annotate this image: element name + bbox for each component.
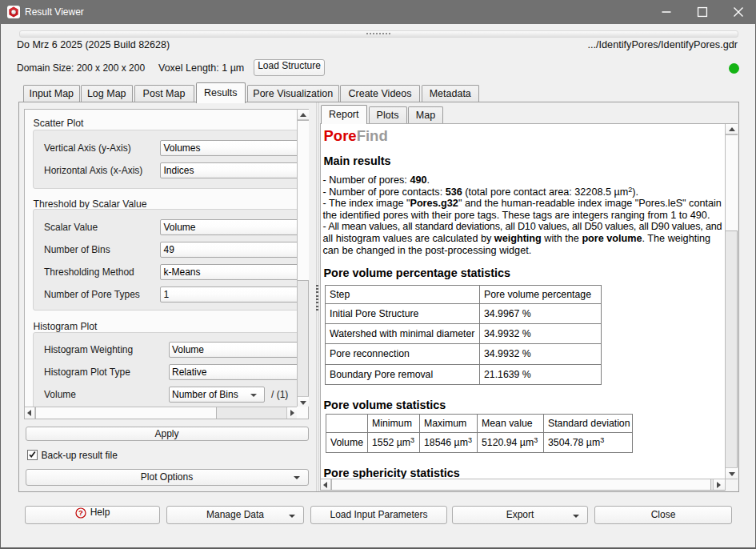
main-tab-results[interactable]: Results bbox=[196, 82, 246, 104]
table-row: Watershed with minimal diameter34.9932 % bbox=[325, 323, 601, 343]
parameters-scroll-area: Scatter Plot Vertical Axis (y-Axis) Volu… bbox=[24, 109, 309, 419]
report-text-line: the identified pores with their pore tag… bbox=[323, 210, 710, 222]
close-button[interactable]: Close bbox=[594, 506, 732, 524]
number-of-bins-field[interactable]: 49 bbox=[160, 242, 297, 258]
table-cell: Volume bbox=[326, 432, 367, 452]
field-label: Scalar Value bbox=[44, 219, 98, 235]
table-cell: Boundary Pore removal bbox=[325, 364, 479, 384]
field-label: Number of Pore Types bbox=[44, 287, 140, 303]
main-tab-log-map[interactable]: Log Map bbox=[81, 85, 133, 102]
scalar-value-combobox[interactable]: Volume bbox=[160, 219, 297, 235]
scroll-up-button[interactable] bbox=[726, 124, 738, 134]
scroll-right-button[interactable] bbox=[713, 479, 725, 490]
pore-volume-statistics-heading: Pore volume statistics bbox=[324, 399, 446, 411]
title-bar[interactable]: Result Viewer bbox=[0, 0, 756, 24]
manage-data-button[interactable]: Manage Data bbox=[166, 506, 304, 524]
table-cell: Pore reconnection bbox=[325, 344, 479, 364]
result-viewer-window: Result Viewer Do Mrz 6 2025 (2025 Build … bbox=[0, 0, 756, 549]
porefind-logo-pore: Pore bbox=[324, 127, 357, 144]
volume-bins-combobox[interactable]: Number of Bins bbox=[169, 387, 265, 403]
main-tab-input-map[interactable]: Input Map bbox=[23, 85, 80, 102]
domain-size-label: Domain Size: 200 x 200 x 200 bbox=[17, 62, 145, 74]
scrollbar-thumb[interactable] bbox=[298, 120, 309, 281]
porefind-logo: PoreFind bbox=[324, 127, 388, 145]
results-tab-pane: Scatter Plot Vertical Axis (y-Axis) Volu… bbox=[18, 102, 739, 492]
field-label: Histogram Plot Type bbox=[44, 364, 130, 380]
dropdown-arrow-icon bbox=[573, 515, 579, 518]
table-header-row: MinimumMaximumMean valueStandard deviati… bbox=[326, 414, 632, 432]
backup-result-file-checkbox[interactable] bbox=[27, 450, 38, 460]
main-results-heading: Main results bbox=[324, 154, 391, 167]
report-text-line: all histogram values are calculated by w… bbox=[323, 233, 711, 245]
dock-handle-dots-icon bbox=[366, 33, 390, 34]
scrollbar-thumb[interactable] bbox=[35, 407, 217, 419]
scroll-left-button[interactable] bbox=[25, 407, 35, 419]
scroll-up-button[interactable] bbox=[298, 110, 309, 120]
table-row: Initial Pore Structure34.9967 % bbox=[325, 303, 601, 323]
backup-result-file-label: Back-up result file bbox=[42, 450, 118, 461]
group-title-scatter-plot: Scatter Plot bbox=[34, 118, 84, 129]
table-row: Pore reconnection34.9932 % bbox=[325, 344, 601, 364]
table-cell: 3504.78 µm3 bbox=[543, 432, 632, 452]
field-label: Histogram Weighting bbox=[44, 342, 133, 358]
report-document: PoreFindMain results- Number of pores: 4… bbox=[321, 124, 725, 479]
field-label: Horizontal Axis (x-Axis) bbox=[44, 162, 142, 178]
app-logo-icon bbox=[7, 6, 20, 18]
main-tab-post-map[interactable]: Post Map bbox=[134, 85, 194, 102]
parameters-viewport: Scatter Plot Vertical Axis (y-Axis) Volu… bbox=[25, 110, 297, 407]
result-file-path: .../IdentifyPores/IdentifyPores.gdr bbox=[587, 39, 738, 50]
scrollbar-thumb[interactable] bbox=[331, 479, 711, 490]
thresholding-method-combobox[interactable]: k-Means bbox=[160, 264, 297, 280]
dock-separator-handle[interactable] bbox=[19, 30, 738, 38]
panel-splitter-handle[interactable] bbox=[316, 102, 319, 491]
maximize-button[interactable] bbox=[684, 0, 720, 24]
report-horizontal-scrollbar[interactable] bbox=[321, 479, 725, 490]
table-header-row: StepPore volume percentage bbox=[325, 285, 601, 303]
table-header-cell bbox=[326, 414, 367, 432]
close-window-button[interactable] bbox=[720, 0, 756, 24]
left-vertical-scrollbar[interactable] bbox=[297, 110, 308, 407]
main-tab-metadata[interactable]: Metadata bbox=[422, 85, 480, 102]
left-horizontal-scrollbar[interactable] bbox=[25, 407, 297, 419]
combo-arrow-icon bbox=[250, 394, 257, 397]
plot-options-button[interactable]: Plot Options bbox=[26, 469, 309, 486]
histogram-weighting-combobox[interactable]: Volume bbox=[169, 342, 298, 358]
group-title-histogram-plot: Histogram Plot bbox=[34, 321, 98, 332]
report-text-line: - Number of pore contacts: 536 (total po… bbox=[323, 186, 639, 198]
scrollbar-thumb[interactable] bbox=[726, 134, 738, 231]
scroll-right-button[interactable] bbox=[286, 407, 297, 419]
scroll-down-button[interactable] bbox=[298, 396, 309, 407]
load-structure-button[interactable]: Load Structure bbox=[254, 59, 325, 76]
apply-button[interactable]: Apply bbox=[26, 427, 309, 441]
vertical-axis-combobox[interactable]: Volumes bbox=[160, 140, 297, 156]
help-button[interactable]: ? Help bbox=[25, 506, 160, 524]
field-label: Vertical Axis (y-Axis) bbox=[44, 140, 131, 156]
main-tab-pore-visualization[interactable]: Pore Visualization bbox=[247, 85, 339, 102]
report-tab-map[interactable]: Map bbox=[408, 106, 443, 124]
scrollbar-corner bbox=[725, 479, 738, 491]
export-button[interactable]: Export bbox=[452, 506, 588, 524]
report-tab-report[interactable]: Report bbox=[321, 105, 368, 125]
scroll-down-button[interactable] bbox=[726, 467, 738, 479]
report-vertical-scrollbar[interactable] bbox=[725, 124, 737, 479]
report-tab-plots[interactable]: Plots bbox=[369, 106, 407, 124]
minimize-button[interactable] bbox=[648, 0, 684, 24]
histogram-plot-type-combobox[interactable]: Relative bbox=[169, 364, 298, 380]
svg-text:?: ? bbox=[78, 508, 83, 517]
table-header-cell: Mean value bbox=[477, 414, 543, 432]
help-icon: ? bbox=[75, 507, 86, 519]
report-text-line: - Number of pores: 490. bbox=[323, 174, 430, 186]
table-header-cell: Step bbox=[325, 285, 479, 303]
pore-sphericity-heading: Pore sphericity statistics bbox=[324, 467, 460, 479]
report-text-line: can be changed in the post-processing wi… bbox=[323, 245, 532, 257]
pore-volume-percentage-table: StepPore volume percentageInitial Pore S… bbox=[325, 285, 602, 386]
load-input-parameters-button[interactable]: Load Input Parameters bbox=[310, 506, 447, 524]
number-of-pore-types-field[interactable]: 1 bbox=[160, 287, 297, 303]
main-tab-create-videos[interactable]: Create Videos bbox=[340, 85, 420, 102]
report-viewport: PoreFindMain results- Number of pores: 4… bbox=[321, 124, 725, 479]
report-text-line: - All mean values, all standard deviatio… bbox=[323, 221, 722, 233]
table-header-cell: Maximum bbox=[419, 414, 477, 432]
scroll-left-button[interactable] bbox=[321, 479, 331, 490]
horizontal-axis-combobox[interactable]: Indices bbox=[160, 162, 297, 178]
table-cell: 34.9967 % bbox=[479, 303, 601, 323]
